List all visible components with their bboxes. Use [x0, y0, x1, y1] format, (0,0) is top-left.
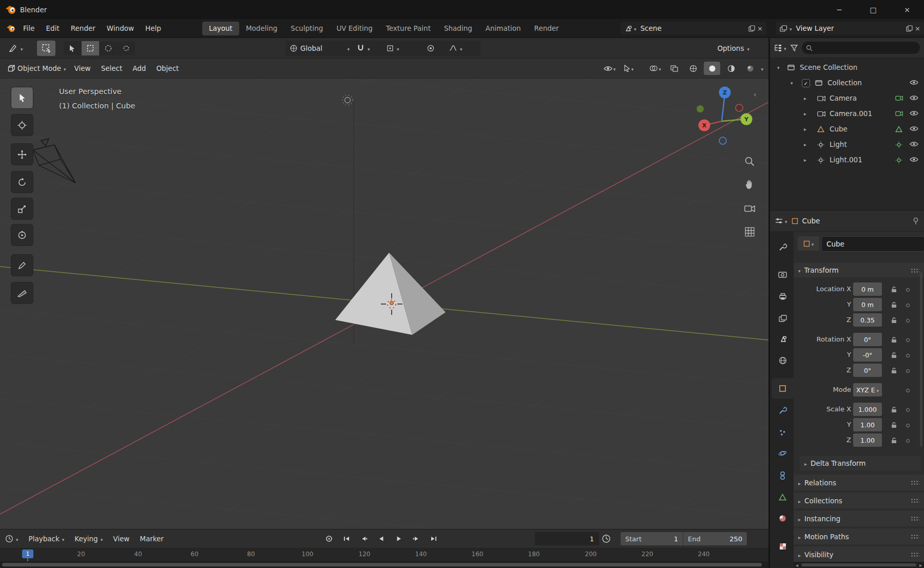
- location-x-field[interactable]: 0 m: [853, 282, 882, 296]
- animate-dot-icon[interactable]: [906, 369, 910, 373]
- scale-x-field[interactable]: 1.000: [853, 403, 882, 416]
- timeline-menu-view[interactable]: View: [108, 535, 134, 543]
- outliner-row-collection[interactable]: ✓ Collection: [770, 75, 924, 91]
- drag-handle-icon[interactable]: [911, 480, 919, 485]
- hide-eye-icon[interactable]: [910, 110, 918, 116]
- panel-visibility[interactable]: Visibility: [794, 546, 924, 562]
- timeline-menu-keying[interactable]: Keying: [69, 535, 108, 543]
- menu-window[interactable]: Window: [101, 22, 140, 35]
- tab-uv-editing[interactable]: UV Editing: [330, 22, 379, 35]
- collection-checkbox[interactable]: ✓: [802, 79, 810, 87]
- gizmo-neg-y-ball[interactable]: [697, 105, 704, 112]
- location-z-field[interactable]: 0.35: [853, 313, 882, 327]
- tab-particles[interactable]: [772, 422, 794, 443]
- expand-icon[interactable]: [804, 93, 806, 102]
- outliner-row-cube[interactable]: Cube: [770, 122, 924, 137]
- hide-eye-icon[interactable]: [910, 141, 918, 147]
- animate-dot-icon[interactable]: [906, 288, 910, 292]
- shading-wireframe-button[interactable]: [685, 62, 701, 75]
- menu-edit[interactable]: Edit: [41, 22, 65, 35]
- object-name-input[interactable]: Cube: [821, 236, 924, 252]
- camera-data-icon[interactable]: [895, 95, 903, 101]
- auto-keying-button[interactable]: [602, 534, 611, 543]
- transform-orientation-selector[interactable]: Global: [285, 41, 354, 56]
- tab-render[interactable]: [772, 264, 794, 285]
- object-id-type-button[interactable]: [798, 236, 819, 251]
- drag-handle-icon[interactable]: [911, 552, 919, 557]
- overlays-selector[interactable]: [647, 62, 663, 75]
- zoom-button[interactable]: [740, 153, 759, 170]
- tool-measure[interactable]: [11, 282, 33, 304]
- tool-scale[interactable]: [11, 198, 33, 220]
- panel-instancing[interactable]: Instancing: [794, 510, 924, 526]
- tool-rotate[interactable]: [11, 171, 33, 193]
- timeline-menu-marker[interactable]: Marker: [134, 535, 169, 543]
- timeline-scrollbar[interactable]: [0, 561, 768, 568]
- camera-view-button[interactable]: [740, 199, 759, 217]
- tab-object-data[interactable]: [772, 487, 794, 507]
- playhead[interactable]: 1: [22, 550, 33, 558]
- light-data-icon[interactable]: [895, 157, 902, 164]
- scene-selector[interactable]: Scene ×: [621, 22, 766, 35]
- tab-material[interactable]: [772, 508, 794, 528]
- outliner-search-input[interactable]: [802, 42, 920, 54]
- shading-solid-button[interactable]: [704, 62, 720, 75]
- menu-render[interactable]: Render: [65, 22, 101, 35]
- gizmo-neg-z-ball[interactable]: [719, 137, 726, 144]
- rotation-mode-dropdown[interactable]: XYZ E: [853, 383, 882, 396]
- tab-animation[interactable]: Animation: [479, 22, 528, 35]
- expand-icon[interactable]: [804, 140, 806, 148]
- blender-menu-icon[interactable]: [6, 25, 15, 32]
- tab-object[interactable]: [772, 378, 794, 399]
- panel-relations[interactable]: Relations: [794, 475, 924, 490]
- remove-view-layer-icon[interactable]: ×: [915, 25, 920, 32]
- frame-start-field[interactable]: Start 1: [621, 532, 683, 545]
- tab-tool[interactable]: [772, 237, 794, 257]
- tab-world[interactable]: [772, 350, 794, 371]
- viewport-menu-add[interactable]: Add: [127, 64, 151, 72]
- scroll-left-icon[interactable]: ◂: [794, 562, 800, 568]
- shading-rendered-button[interactable]: [742, 62, 758, 75]
- viewport-menu-select[interactable]: Select: [96, 64, 128, 72]
- lock-icon[interactable]: [891, 317, 897, 324]
- frame-end-field[interactable]: End 250: [683, 532, 747, 545]
- record-button[interactable]: [322, 532, 336, 545]
- rotation-x-field[interactable]: 0°: [853, 333, 882, 346]
- toggle-xray-button[interactable]: [666, 62, 682, 75]
- shading-material-button[interactable]: [723, 62, 739, 75]
- lock-icon[interactable]: [891, 437, 897, 444]
- play-reverse-button[interactable]: [375, 532, 388, 545]
- next-keyframe-button[interactable]: [410, 532, 423, 545]
- outliner-editor-type-selector[interactable]: [774, 44, 786, 52]
- animate-dot-icon[interactable]: [906, 439, 910, 443]
- tab-sculpting[interactable]: Sculpting: [284, 22, 330, 35]
- light-gizmo[interactable]: [342, 95, 353, 105]
- light-data-icon[interactable]: [895, 141, 902, 148]
- drag-handle-icon[interactable]: [911, 498, 919, 503]
- hide-eye-icon[interactable]: [910, 95, 918, 101]
- expand-icon[interactable]: [804, 124, 806, 132]
- proportional-falloff-selector[interactable]: [445, 41, 480, 56]
- timeline-ruler[interactable]: 20 40 60 80 100 120 140 160 180 200 220 …: [0, 548, 768, 561]
- tool-move[interactable]: [11, 143, 33, 165]
- outliner-row-light-001[interactable]: Light.001: [770, 153, 924, 168]
- expand-icon[interactable]: [804, 155, 806, 163]
- hide-eye-icon[interactable]: [910, 126, 918, 131]
- select-lasso-button[interactable]: [118, 41, 135, 55]
- select-tweak-button[interactable]: [64, 41, 81, 55]
- interaction-mode-selector[interactable]: Object Mode: [4, 64, 69, 72]
- object-visibility-selector[interactable]: [601, 62, 618, 75]
- panel-motion-paths[interactable]: Motion Paths: [794, 528, 924, 544]
- properties-editor-type-selector[interactable]: [775, 217, 787, 225]
- pin-icon[interactable]: [913, 217, 919, 225]
- drag-handle-icon[interactable]: [911, 268, 919, 273]
- lock-icon[interactable]: [891, 286, 897, 293]
- lock-icon[interactable]: [891, 352, 897, 358]
- options-button[interactable]: Options: [713, 41, 754, 56]
- viewport-menu-object[interactable]: Object: [151, 64, 184, 72]
- animate-dot-icon[interactable]: [906, 354, 910, 357]
- scale-y-field[interactable]: 1.00: [853, 418, 882, 431]
- view-layer-selector[interactable]: View Layer ×: [776, 22, 924, 35]
- camera-object[interactable]: [33, 139, 75, 183]
- expand-icon[interactable]: [791, 78, 793, 86]
